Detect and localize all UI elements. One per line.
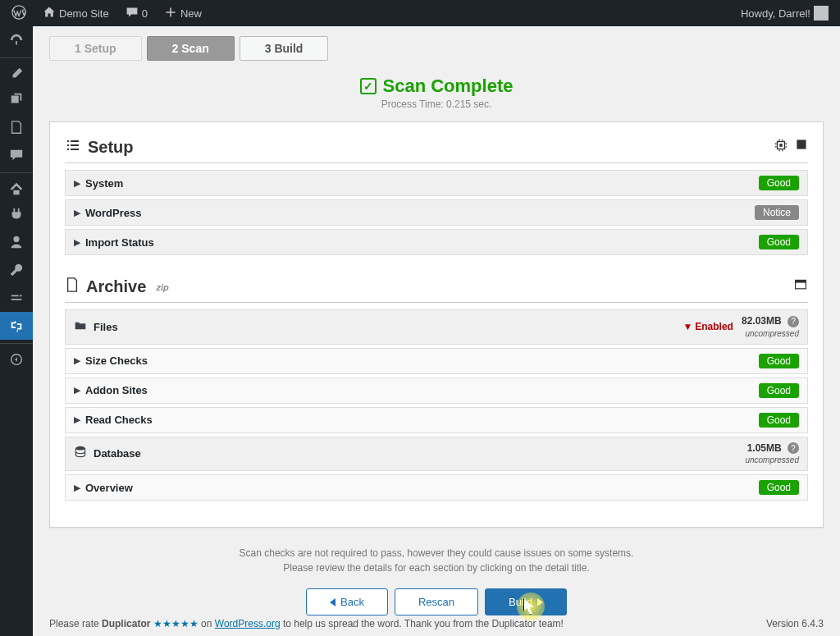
row-size-checks[interactable]: ▶ Size Checks Good	[65, 348, 808, 374]
site-name-menu[interactable]: Demo Site	[38, 6, 114, 21]
rate-pre: Please rate	[49, 618, 102, 629]
cpu-icon[interactable]	[774, 138, 788, 157]
row-database[interactable]: Database 1.05MB ? uncompressed	[65, 437, 808, 472]
files-size: 82.03MB	[742, 315, 782, 327]
build-button-label: Build	[509, 596, 532, 608]
sidebar-item-duplicator[interactable]	[0, 312, 33, 340]
caret-right-icon: ▶	[74, 414, 80, 425]
process-time: Process Time: 0.215 sec.	[49, 98, 824, 110]
rescan-button-label: Rescan	[418, 596, 454, 608]
help-icon[interactable]: ?	[788, 442, 799, 454]
wordpress-icon	[11, 5, 26, 22]
comments-count: 0	[142, 7, 148, 20]
window-icon[interactable]	[793, 278, 808, 295]
svg-rect-3	[779, 144, 783, 147]
files-size-block: 82.03MB ? uncompressed	[742, 315, 799, 339]
rate-mid: on	[201, 618, 215, 629]
sidebar-item-users[interactable]	[0, 228, 33, 256]
caret-right-icon: ▶	[74, 355, 80, 366]
scan-result-header: Scan Complete Process Time: 0.215 sec.	[49, 75, 824, 110]
help-icon[interactable]: ?	[788, 316, 799, 327]
row-files[interactable]: Files ▼ Enabled 82.03MB ? uncompressed	[65, 309, 808, 345]
db-size-note: uncompressed	[745, 455, 799, 464]
back-button[interactable]: Back	[306, 588, 388, 615]
step-build[interactable]: 3 Build	[240, 36, 329, 61]
new-content-menu[interactable]: New	[159, 6, 207, 21]
caret-right-icon: ▶	[74, 178, 80, 189]
archive-section-title: Archive	[86, 277, 146, 296]
folder-icon	[74, 320, 87, 334]
sidebar-item-comments[interactable]	[0, 141, 33, 169]
comment-icon	[126, 6, 139, 21]
step-setup: 1 Setup	[49, 36, 142, 61]
sidebar-item-dashboard[interactable]	[0, 26, 33, 54]
caret-right-icon: ▶	[74, 208, 80, 218]
sidebar-item-media[interactable]	[0, 85, 33, 113]
scan-complete-title: Scan Complete	[383, 75, 514, 97]
section-archive-header: Archive zip	[65, 273, 808, 303]
row-system-label: System	[85, 177, 123, 190]
row-wordpress-badge: Notice	[755, 205, 799, 220]
version-label: Version 6.4.3	[766, 618, 824, 629]
site-name-text: Demo Site	[59, 7, 109, 20]
section-setup-header: Setup	[65, 134, 808, 163]
row-import-badge: Good	[759, 235, 799, 249]
archive-file-icon	[65, 277, 80, 297]
row-files-label: Files	[94, 321, 118, 333]
build-button[interactable]: Build	[485, 588, 567, 615]
sidebar-collapse[interactable]	[0, 343, 33, 371]
fullscreen-icon[interactable]	[795, 138, 808, 157]
caret-right-icon: ▶	[74, 483, 80, 493]
row-wordpress-label: WordPress	[85, 207, 141, 219]
rescan-button[interactable]: Rescan	[395, 588, 478, 615]
setup-list-icon	[65, 137, 81, 158]
account-menu[interactable]: Howdy, Darrel!	[736, 6, 833, 21]
row-wordpress[interactable]: ▶ WordPress Notice	[65, 199, 808, 226]
check-icon	[360, 78, 377, 94]
db-size: 1.05MB	[747, 442, 782, 454]
row-size-checks-badge: Good	[759, 354, 799, 368]
row-addon-sites-badge: Good	[759, 383, 799, 398]
row-read-checks-badge: Good	[759, 413, 799, 428]
sidebar-item-appearance[interactable]	[0, 172, 33, 200]
files-filter-enabled: ▼ Enabled	[682, 321, 733, 332]
row-import-status[interactable]: ▶ Import Status Good	[65, 229, 808, 255]
db-size-block: 1.05MB ? uncompressed	[745, 442, 799, 466]
sidebar-item-settings[interactable]	[0, 284, 33, 312]
back-button-label: Back	[340, 596, 364, 608]
archive-format-sup: zip	[156, 282, 168, 292]
new-content-label: New	[180, 7, 202, 20]
row-size-checks-label: Size Checks	[85, 355, 148, 367]
row-addon-sites[interactable]: ▶ Addon Sites Good	[65, 377, 808, 404]
action-buttons: Back Rescan Build	[49, 588, 824, 615]
row-overview[interactable]: ▶ Overview Good	[65, 474, 808, 501]
sidebar-item-tools[interactable]	[0, 256, 33, 284]
sidebar-item-posts[interactable]	[0, 57, 33, 85]
row-read-checks[interactable]: ▶ Read Checks Good	[65, 407, 808, 433]
comments-menu[interactable]: 0	[121, 6, 153, 21]
scan-footer-note: Scan checks are not required to pass, ho…	[49, 546, 824, 575]
rating-footer: Please rate Duplicator ★★★★★ on WordPres…	[49, 618, 824, 629]
wp-logo-menu[interactable]	[7, 5, 31, 22]
wizard-steps: 1 Setup 2 Scan 3 Build	[49, 36, 824, 61]
footer-line-1: Scan checks are not required to pass, ho…	[49, 546, 824, 561]
back-arrow-icon	[330, 598, 336, 606]
svg-rect-4	[797, 140, 806, 149]
row-overview-badge: Good	[759, 480, 799, 495]
rate-post: to help us spread the word. Thank you fr…	[283, 618, 564, 629]
step-scan[interactable]: 2 Scan	[147, 36, 235, 61]
sidebar-item-plugins[interactable]	[0, 200, 33, 228]
admin-toolbar: Demo Site 0 New Howdy, Darrel!	[0, 0, 840, 26]
filter-icon: ▼	[682, 321, 692, 332]
svg-rect-6	[796, 280, 806, 282]
files-size-note: uncompressed	[745, 329, 799, 338]
row-system[interactable]: ▶ System Good	[65, 170, 808, 196]
sidebar-item-pages[interactable]	[0, 113, 33, 141]
row-import-label: Import Status	[85, 236, 154, 249]
row-database-label: Database	[94, 447, 141, 460]
main-content: 1 Setup 2 Scan 3 Build Scan Complete Pro…	[33, 26, 840, 636]
row-system-badge: Good	[759, 176, 799, 190]
howdy-text: Howdy, Darrel!	[741, 7, 810, 20]
wordpress-org-link[interactable]: WordPress.org	[215, 618, 281, 629]
setup-section-title: Setup	[88, 138, 134, 157]
